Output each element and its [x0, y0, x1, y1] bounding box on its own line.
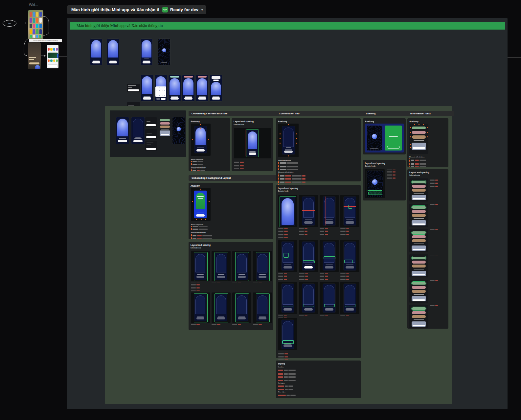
layout-thumb-cell[interactable]	[232, 251, 251, 291]
chevron-down-icon: ▾	[201, 8, 203, 12]
layout-thumb-cell[interactable]	[299, 282, 318, 321]
toast-warning-pill[interactable]	[160, 126, 170, 128]
screenshot-iphone-home[interactable]	[28, 10, 43, 39]
layout-thumb-cell[interactable]	[340, 240, 359, 280]
section-header-background-layout[interactable]: Onboarding / Background Layout	[189, 175, 279, 181]
annotation-row	[387, 178, 404, 179]
ready-for-dev-dropdown[interactable]: </> Ready for dev ▾	[159, 5, 206, 14]
layout-thumb-cell[interactable]	[253, 251, 272, 291]
style-row	[278, 389, 359, 390]
styling-card[interactable]: Styling Variables Text styles	[276, 361, 361, 398]
anatomy-label: Anatomy	[409, 120, 446, 123]
anatomy-label: Anatomy	[191, 185, 271, 187]
screenshot-mb-app-light[interactable]	[47, 45, 58, 68]
annotation-row	[191, 324, 210, 325]
layout-thumb-cell[interactable]	[320, 282, 339, 321]
anatomy-card-background-layout[interactable]: Anatomy Nested components	[189, 183, 273, 239]
toast-layout-panel[interactable]	[409, 178, 446, 201]
layout-thumb-cell[interactable]	[340, 282, 359, 321]
documentation-frame[interactable]: Onboarding / Screen Structure Anatomy Ne…	[105, 106, 452, 404]
annotation-row	[278, 237, 297, 238]
icon-row	[48, 48, 58, 51]
layout-label: Layout and spacing	[278, 187, 359, 189]
toast-card[interactable]	[160, 130, 170, 136]
layout-card-screen-structure[interactable]: Layout and spacing Selected node	[232, 118, 273, 171]
layout-label: Layout and spacing	[365, 162, 404, 164]
section-header-toast[interactable]: Informative Toast	[407, 111, 454, 116]
section-title: Onboarding / Background Layout	[192, 176, 231, 179]
layout-thumb-cell[interactable]	[278, 318, 301, 360]
nested-components-label: Nested components	[191, 159, 228, 160]
layout-thumb-cell[interactable]	[191, 292, 210, 325]
phone-confirm[interactable]	[141, 39, 152, 65]
style-row	[278, 380, 359, 381]
layout-thumb-cell[interactable]	[212, 251, 231, 291]
phone-variant-toast-success[interactable]	[169, 75, 181, 101]
toast-error-pill	[412, 131, 426, 134]
toast-layout-panel[interactable]	[409, 229, 446, 252]
layout-thumb-cell[interactable]	[299, 195, 318, 238]
layout-thumb-cell[interactable]	[299, 240, 318, 280]
phone-onboarding-1[interactable]	[90, 39, 102, 65]
button	[29, 62, 39, 64]
layout-thumb-cell[interactable]	[232, 292, 251, 325]
layout-thumb-cell[interactable]	[340, 195, 359, 238]
anatomy-card-screen-structure[interactable]: Anatomy Nested components Elements with …	[189, 118, 230, 171]
annotation-row	[320, 279, 339, 280]
annotation-row	[340, 234, 359, 235]
toast-text-line	[414, 140, 424, 141]
layout-thumb-cell[interactable]	[278, 282, 297, 321]
overview-frame[interactable]	[110, 110, 186, 157]
phone-loading[interactable]	[158, 39, 170, 65]
anatomy-card-confirmation[interactable]: Anatomy Nested components	[276, 118, 361, 181]
layout-thumb-cell[interactable]	[212, 292, 231, 325]
annotation-row	[278, 279, 297, 280]
elements-attributes-label: Elements with attributes	[278, 171, 358, 173]
annotation-row	[430, 305, 446, 306]
annotation-row	[212, 282, 231, 284]
anatomy-label: Anatomy	[191, 120, 228, 123]
phone-variant-1[interactable]	[141, 75, 153, 101]
phone-onboarding-2[interactable]	[107, 39, 119, 65]
layout-card-loading[interactable]: Layout and spacing Selected node	[363, 160, 406, 200]
styling-label: Styling	[278, 362, 359, 365]
toast-card	[412, 143, 426, 150]
code-icon: </>	[162, 7, 168, 12]
phone-variant-toast-error-1[interactable]	[182, 75, 194, 101]
phone-variant-toast-error-2[interactable]	[196, 75, 208, 101]
layout-card-background-layout[interactable]: Layout and spacing Selected node	[189, 242, 273, 330]
figma-canvas[interactable]: Wid... Start User truy cập mini-app từ m…	[0, 0, 521, 420]
annotation-row	[430, 186, 446, 187]
section-header-loading[interactable]: Loading	[363, 111, 412, 116]
toast-layout-panel[interactable]	[409, 280, 446, 303]
toast-error-pill[interactable]	[160, 122, 170, 125]
anatomy-card-loading[interactable]: Anatomy	[363, 118, 406, 154]
toast-layout-panel[interactable]	[409, 204, 446, 227]
layout-thumb-cell[interactable]	[320, 195, 339, 238]
layout-thumb-cell[interactable]	[253, 292, 272, 325]
layout-thumb-cell[interactable]	[278, 195, 297, 238]
layout-card-confirmation[interactable]: Layout and spacing Selected node	[276, 185, 361, 358]
annotation-row	[278, 359, 301, 360]
toast-success-pill[interactable]	[160, 119, 170, 121]
anatomy-label: Anatomy	[365, 120, 404, 123]
toast-layout-panel[interactable]	[409, 305, 446, 328]
layout-thumb-cell[interactable]	[191, 251, 210, 291]
form-card-1[interactable]	[127, 84, 140, 92]
section-header-screen-structure[interactable]: Onboarding / Screen Structure	[189, 111, 279, 116]
screenshot-mb-app-dark[interactable]	[28, 42, 41, 69]
mini-arch	[35, 65, 40, 69]
anatomy-card-toast[interactable]: Anatomy Elements with attributes	[407, 118, 448, 167]
layout-card-toast[interactable]: Layout and spacing Selected node	[407, 169, 448, 329]
layout-label: Layout and spacing	[234, 120, 271, 123]
layout-thumb-cell[interactable]	[320, 240, 339, 280]
layout-thumb-cell[interactable]	[278, 240, 297, 280]
text-styles-label: Text styles	[278, 382, 359, 384]
flow-start-node[interactable]: Start	[3, 20, 16, 27]
annotation-row	[253, 324, 272, 325]
phone-variant-banner[interactable]	[210, 75, 222, 101]
text-line	[29, 57, 36, 58]
toast-layout-panel[interactable]	[409, 254, 446, 277]
phone-variant-calendar[interactable]	[155, 75, 167, 101]
section-header-confirmation[interactable]: Confirmation info	[276, 111, 367, 116]
